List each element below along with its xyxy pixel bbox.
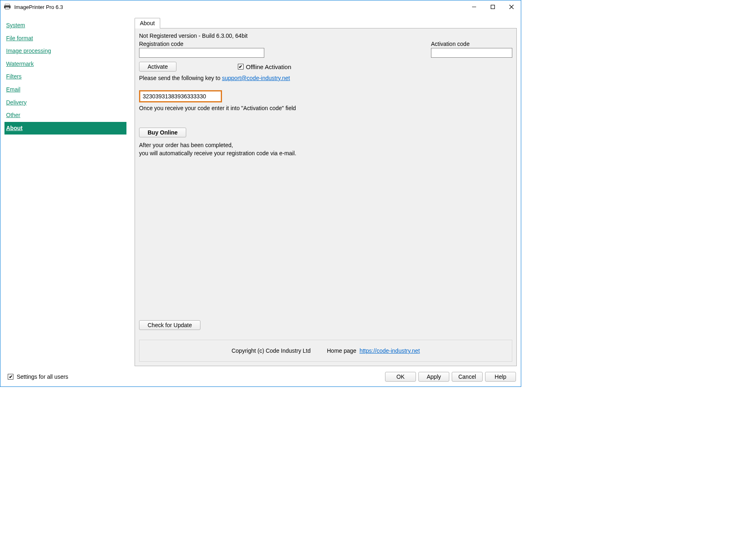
enter-code-instruction: Once you receive your code enter it into…: [139, 105, 512, 111]
window-controls: [465, 0, 521, 13]
sidebar: System File format Image processing Wate…: [4, 17, 126, 366]
svg-rect-0: [5, 4, 10, 6]
body: System File format Image processing Wate…: [0, 13, 521, 366]
about-panel: Not Registered version - Build 6.3.00, 6…: [135, 28, 517, 366]
offline-activation-label: Offline Activation: [246, 63, 291, 70]
homepage-link[interactable]: https://code-industry.net: [359, 347, 420, 354]
maximize-button[interactable]: [483, 0, 502, 13]
ok-button[interactable]: OK: [385, 372, 416, 382]
svg-rect-6: [491, 5, 495, 9]
cancel-button[interactable]: Cancel: [452, 372, 483, 382]
offline-activation-checkbox[interactable]: Offline Activation: [238, 63, 291, 70]
bottom-bar: Settings for all users OK Apply Cancel H…: [0, 366, 521, 386]
offline-key-box[interactable]: 32303931383936333330: [139, 90, 222, 102]
tab-header: About: [135, 17, 517, 28]
sidebar-item-about[interactable]: About: [4, 122, 126, 135]
settings-all-label: Settings for all users: [17, 373, 68, 380]
app-window: ImagePrinter Pro 6.3 System File format …: [0, 0, 521, 387]
version-text: Not Registered version - Build 6.3.00, 6…: [139, 33, 512, 39]
support-email-link[interactable]: support@code-industry.net: [222, 75, 290, 81]
minimize-button[interactable]: [465, 0, 483, 13]
sidebar-item-other[interactable]: Other: [4, 109, 126, 122]
buy-online-button[interactable]: Buy Online: [139, 128, 186, 137]
sidebar-item-file-format[interactable]: File format: [4, 32, 126, 45]
sidebar-item-filters[interactable]: Filters: [4, 70, 126, 83]
titlebar: ImagePrinter Pro 6.3: [0, 0, 521, 13]
copyright-text: Copyright (c) Code Industry Ltd: [231, 347, 311, 354]
printer-icon: [4, 4, 11, 10]
checkbox-icon: [8, 374, 13, 380]
dialog-buttons: OK Apply Cancel Help: [385, 372, 516, 382]
sidebar-item-image-processing[interactable]: Image processing: [4, 45, 126, 58]
svg-rect-2: [6, 7, 9, 9]
registration-code-input[interactable]: [139, 48, 264, 58]
sidebar-item-system[interactable]: System: [4, 19, 126, 32]
help-button[interactable]: Help: [485, 372, 516, 382]
registration-code-label: Registration code: [139, 41, 264, 47]
window-title: ImagePrinter Pro 6.3: [14, 4, 63, 10]
sidebar-item-delivery[interactable]: Delivery: [4, 96, 126, 109]
homepage-text: Home page https://code-industry.net: [327, 347, 420, 354]
settings-for-all-users-checkbox[interactable]: Settings for all users: [8, 373, 68, 380]
activate-button[interactable]: Activate: [139, 62, 176, 72]
apply-button[interactable]: Apply: [418, 372, 449, 382]
main: About Not Registered version - Build 6.3…: [135, 17, 517, 366]
send-key-instruction: Please send the following key to support…: [139, 75, 512, 81]
activation-code-input[interactable]: [431, 48, 512, 58]
sidebar-item-email[interactable]: Email: [4, 83, 126, 96]
sidebar-item-watermark[interactable]: Watermark: [4, 58, 126, 71]
tab-about[interactable]: About: [135, 18, 160, 28]
check-for-update-button[interactable]: Check for Update: [139, 320, 200, 330]
order-info-text: After your order has been completed, you…: [139, 141, 512, 157]
activation-code-label: Activation code: [431, 41, 512, 47]
checkbox-icon: [238, 64, 244, 69]
footer-box: Copyright (c) Code Industry Ltd Home pag…: [139, 340, 512, 362]
close-button[interactable]: [502, 0, 521, 13]
